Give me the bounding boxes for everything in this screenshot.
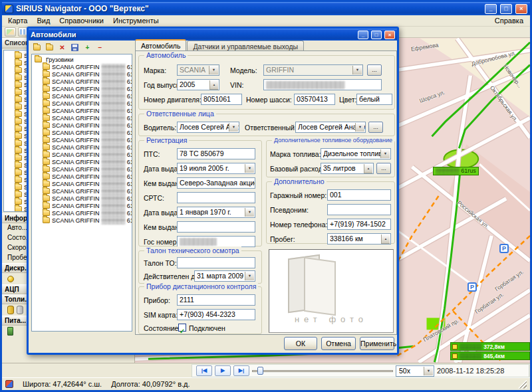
tree-item-vehicle[interactable]: SCANIA GRIFFIN ▒▒▒▒▒▒ 61rus: [33, 151, 132, 158]
valid-until-picker[interactable]: 31 марта 2009 г.: [194, 270, 255, 282]
tree-item-vehicle[interactable]: SCANIA GRIFFIN ▒▒▒▒▒▒ 61rus: [33, 136, 132, 144]
tree-item-vehicle[interactable]: SCANIA GRIFFIN ▒▒▒▒▒▒ 61rus: [33, 78, 132, 85]
responsible-browse-button[interactable]: ...: [368, 122, 383, 133]
spin-up-icon[interactable]: [364, 164, 372, 173]
chassis-field[interactable]: 03570413: [294, 94, 335, 105]
chevron-down-icon[interactable]: [245, 208, 254, 217]
menu-tools[interactable]: Инструменты: [108, 16, 164, 25]
tree-item-vehicle[interactable]: SCANIA GRIFFIN ▒▒▒▒▒▒ 61rus: [33, 217, 132, 224]
model-combo[interactable]: GRIFFIN: [263, 64, 363, 76]
tree-item-vehicle[interactable]: SCANIA GRIFFIN ▒▒▒▒▒▒ 61rus: [33, 202, 132, 209]
add-group-icon[interactable]: [44, 43, 55, 52]
tree-item-vehicle[interactable]: SCANIA GRIFFIN ▒▒▒▒▒▒ 61rus: [33, 100, 132, 107]
chevron-down-icon[interactable]: [229, 123, 238, 132]
tree-item-vehicle[interactable]: SCANIA GRIFFIN ▒▒▒▒▒▒ 61rus: [33, 158, 132, 165]
apply-button[interactable]: Применить: [360, 337, 394, 350]
spin-up-icon[interactable]: [209, 80, 218, 90]
maximize-button[interactable]: □: [500, 4, 512, 14]
engine-field[interactable]: 8051061: [201, 94, 242, 105]
spin-down-icon[interactable]: [209, 90, 218, 90]
delete-icon[interactable]: ✕: [57, 43, 68, 52]
collapse-all-icon[interactable]: −: [94, 43, 106, 52]
fuel-rate-spinner[interactable]: 35 литров: [321, 163, 374, 174]
tab-vehicle[interactable]: Автомобиль: [135, 39, 186, 51]
child-close-button[interactable]: ×: [384, 31, 395, 39]
chevron-down-icon[interactable]: [245, 272, 254, 280]
tree-item-vehicle[interactable]: SCANIA GRIFFIN ▒▒▒▒▒▒ 61rus: [33, 92, 132, 100]
chevron-down-icon[interactable]: [352, 66, 362, 74]
tab-sensors[interactable]: Датчики и управляемые выходы: [187, 41, 304, 51]
responsible-combo[interactable]: Лосев Сергей Анатоль: [295, 122, 366, 133]
playback-speed-combo[interactable]: 50x: [396, 365, 434, 377]
menu-help[interactable]: Справка: [489, 16, 529, 25]
tree-item-vehicle[interactable]: SCANIA GRIFFIN ▒▒▒▒▒▒ 61rus: [33, 107, 132, 114]
vehicle-photo-box[interactable]: нет фото: [269, 249, 394, 333]
child-minimize-button[interactable]: _: [358, 31, 368, 39]
fuel-brand-combo[interactable]: Дизельное топливо: [321, 148, 391, 159]
menu-map[interactable]: Карта: [3, 16, 32, 25]
step-forward-button[interactable]: ▶|: [233, 365, 249, 376]
garage-field[interactable]: 001: [327, 189, 391, 201]
tree-item-vehicle[interactable]: SCANIA GRIFFIN ▒▒▒▒▒▒ 61rus: [33, 173, 132, 180]
vin-field[interactable]: ▒▒▒▒▒▒▒▒▒▒▒▒▒▒▒▒▒: [263, 79, 382, 90]
resize-grip[interactable]: [518, 380, 527, 389]
save-icon[interactable]: [69, 43, 80, 52]
issue-date-picker[interactable]: 19 июля 2005 г.: [177, 163, 255, 174]
issued-by-field[interactable]: Северо-Западная акционерн: [177, 177, 255, 189]
add-vehicle-icon[interactable]: [31, 43, 43, 52]
fuel-rate-browse-button[interactable]: ...: [376, 163, 391, 174]
chevron-down-icon[interactable]: [380, 149, 390, 158]
ok-button[interactable]: ОК: [284, 337, 317, 350]
year-spinner[interactable]: 2005: [177, 79, 219, 90]
spin-down-icon[interactable]: [381, 244, 390, 245]
tree-item-vehicle[interactable]: SCANIA GRIFFIN ▒▒▒▒▒▒ 61rus: [33, 180, 132, 187]
tree-item-vehicle[interactable]: SCANIA GRIFFIN ▒▒▒▒▒▒ 61rus: [33, 114, 132, 122]
spinner-buttons[interactable]: [364, 164, 372, 173]
chevron-down-icon[interactable]: [209, 66, 218, 74]
step-back-button[interactable]: |◀: [196, 365, 212, 376]
tree-item-vehicle[interactable]: SCANIA GRIFFIN ▒▒▒▒▒▒ 61rus: [33, 63, 132, 70]
model-browse-button[interactable]: ...: [367, 64, 382, 76]
device-field[interactable]: 2111: [177, 294, 255, 306]
color-field[interactable]: белый: [356, 94, 392, 105]
issue-date2-picker[interactable]: 1 января 1970 г.: [177, 207, 255, 218]
tree-item-vehicle[interactable]: SCANIA GRIFFIN ▒▒▒▒▒▒ 61rus: [33, 195, 132, 202]
minimize-button[interactable]: _: [485, 4, 497, 14]
tree-item-vehicle[interactable]: SCANIA GRIFFIN ▒▒▒▒▒▒ 61rus: [33, 144, 132, 151]
tree-item-vehicle[interactable]: SCANIA GRIFFIN ▒▒▒▒▒▒ 61rus: [33, 209, 132, 217]
tree-item-vehicle[interactable]: SCANIA GRIFFIN ▒▒▒▒▒▒ 61rus: [33, 122, 132, 129]
plate-field[interactable]: ▒▒▒▒▒▒▒▒: [177, 236, 255, 247]
slider-thumb[interactable]: [257, 367, 263, 375]
expand-all-icon[interactable]: +: [82, 43, 93, 52]
spin-down-icon[interactable]: [364, 173, 372, 174]
spin-up-icon[interactable]: [381, 235, 390, 244]
phone-field[interactable]: +7(919) 784-1502: [327, 219, 391, 230]
pts-field[interactable]: 78 ТС 850679: [177, 148, 255, 159]
issued-by2-field[interactable]: [177, 221, 255, 233]
vehicles-tree[interactable]: Грузовики SCANIA GRIFFIN ▒▒▒▒▒▒ 61rus SC…: [31, 54, 132, 332]
timeline-slider[interactable]: [252, 365, 393, 376]
play-button[interactable]: ▶: [215, 365, 231, 376]
chevron-down-icon[interactable]: [355, 123, 364, 132]
close-button[interactable]: ×: [515, 4, 527, 14]
srts-field[interactable]: [177, 192, 255, 203]
menu-directories[interactable]: Справочники: [55, 16, 108, 25]
cancel-button[interactable]: Отмена: [321, 337, 356, 350]
tree-item-vehicle[interactable]: SCANIA GRIFFIN ▒▒▒▒▒▒ 61rus: [33, 165, 132, 173]
brand-combo[interactable]: SCANIA: [177, 64, 219, 76]
spinner-buttons[interactable]: [381, 235, 390, 243]
connected-checkbox[interactable]: [178, 324, 186, 332]
tree-item-vehicle[interactable]: SCANIA GRIFFIN ▒▒▒▒▒▒ 61rus: [33, 85, 132, 92]
chevron-down-icon[interactable]: [424, 367, 433, 375]
vehicle-map-label[interactable]: ▒▒▒▒▒▒61rus: [433, 167, 479, 175]
tree-root-group[interactable]: Грузовики: [33, 56, 132, 63]
talon-field[interactable]: [177, 257, 255, 268]
tree-item-vehicle[interactable]: SCANIA GRIFFIN ▒▒▒▒▒▒ 61rus: [33, 70, 132, 78]
map-icon[interactable]: [5, 27, 16, 37]
tree-item-vehicle[interactable]: SCANIA GRIFFIN ▒▒▒▒▒▒ 61rus: [33, 187, 132, 195]
chevron-down-icon[interactable]: [245, 164, 254, 173]
title-bar[interactable]: SIRIUS Navigator - ООО "Вертекс" _ □ ×: [2, 2, 530, 15]
sim-field[interactable]: +7(903) 454-2323: [177, 309, 255, 320]
tree-item-vehicle[interactable]: SCANIA GRIFFIN ▒▒▒▒▒▒ 61rus: [33, 129, 132, 136]
child-maximize-button[interactable]: □: [371, 31, 382, 39]
